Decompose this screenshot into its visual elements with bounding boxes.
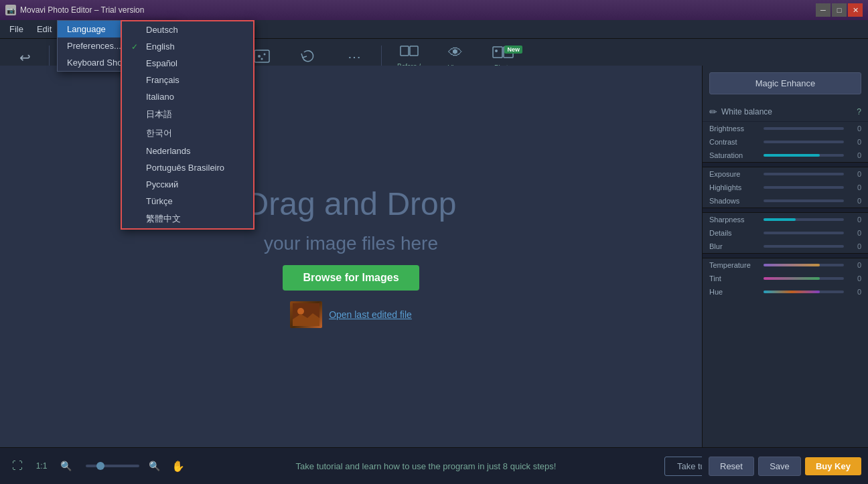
saturation-label: Saturation [709,151,760,159]
window-title: Movavi Photo Editor – Trial version [20,5,144,15]
browse-images-button[interactable]: Browse for Images [283,265,419,291]
lang-english[interactable]: ✓ English [122,38,253,55]
blur-value: 0 [848,242,861,250]
temperature-row: Temperature 0 [703,258,868,272]
last-file-thumbnail [290,301,322,328]
highlights-value: 0 [848,183,861,191]
brightness-label: Brightness [709,125,760,133]
close-button[interactable]: ✕ [848,3,863,17]
details-slider[interactable] [764,232,844,234]
saturation-value: 0 [848,151,861,159]
more-icon: ⋯ [348,49,361,65]
maximize-button[interactable]: □ [832,3,847,17]
tutorial-text: Take tutorial and learn how to use the p… [188,461,664,471]
exposure-label: Exposure [709,170,760,178]
menu-edit[interactable]: Edit [30,20,58,38]
shadows-slider[interactable] [764,199,844,202]
svg-point-13 [495,50,498,52]
sharpness-label: Sharpness [709,216,760,224]
svg-point-8 [261,58,263,60]
buy-key-button[interactable]: Buy Key [805,457,861,475]
svg-point-6 [258,55,261,58]
drag-drop-subtitle: your image files here [264,233,438,254]
sharpness-row: Sharpness 0 [703,213,868,226]
lang-japanese[interactable]: 日本語 [122,105,253,124]
lang-espanol[interactable]: Español [122,55,253,72]
lang-francais[interactable]: Français [122,72,253,88]
drop-zone: Drag and Drop your image files here Brow… [246,185,457,328]
brightness-slider[interactable] [764,127,844,130]
white-balance-icon: ✏ [709,106,717,117]
details-value: 0 [848,229,861,237]
shadows-value: 0 [848,197,861,205]
zoom-in-icon[interactable]: 🔍 [145,461,163,471]
lang-portuguese[interactable]: Português Brasileiro [122,159,253,176]
sharpness-slider[interactable] [764,218,844,221]
exposure-value: 0 [848,170,861,178]
exposure-row: Exposure 0 [703,167,868,181]
zoom-slider[interactable] [86,465,139,467]
restore-icon [299,47,317,67]
app-icon: 📷 [5,5,16,15]
highlights-slider[interactable] [764,186,844,189]
denoise-icon [252,47,271,67]
right-bottom-bar: Reset Save Buy Key [702,447,868,484]
last-file-row[interactable]: Open last edited file [290,301,412,328]
blur-row: Blur 0 [703,240,868,253]
white-balance-label: White balance [721,107,853,116]
lang-chinese[interactable]: 繁體中文 [122,210,253,228]
temperature-label: Temperature [709,261,760,269]
saturation-row: Saturation 0 [703,149,868,162]
right-panel: Magic Enhance ✏ White balance ? Brightne… [702,66,868,447]
magic-enhance-button[interactable]: Magic Enhance [709,72,861,94]
svg-rect-9 [401,46,409,56]
shadows-label: Shadows [709,197,760,205]
fullscreen-icon[interactable]: ⛶ [8,460,27,472]
tint-label: Tint [709,274,760,283]
last-file-link[interactable]: Open last edited file [329,309,412,320]
blur-slider[interactable] [764,245,844,248]
tint-value: 0 [848,274,861,283]
reset-button[interactable]: Reset [709,457,754,476]
highlights-label: Highlights [709,183,760,191]
main-area: Drag and Drop your image files here Brow… [0,66,702,447]
zoom-value-label: 1:1 [32,461,51,471]
saturation-slider[interactable] [764,154,844,157]
tint-row: Tint 0 [703,272,868,285]
hue-label: Hue [709,288,760,296]
contrast-label: Contrast [709,138,760,146]
contrast-row: Contrast 0 [703,135,868,149]
save-button[interactable]: Save [758,457,801,476]
hand-tool-icon[interactable]: ✋ [169,460,188,473]
hue-value: 0 [848,288,861,296]
tint-slider[interactable] [764,277,844,280]
window-controls[interactable]: ─ □ ✕ [816,3,863,17]
sharpness-value: 0 [848,216,861,224]
lang-dutch[interactable]: Nederlands [122,143,253,159]
zoom-out-icon[interactable]: 🔍 [56,461,75,471]
white-balance-help[interactable]: ? [857,107,861,116]
contrast-slider[interactable] [764,141,844,143]
shadows-row: Shadows 0 [703,194,868,208]
brightness-value: 0 [848,125,861,133]
menu-file[interactable]: File [3,20,30,38]
drag-drop-title: Drag and Drop [246,185,457,222]
lang-italiano[interactable]: Italiano [122,88,253,105]
hue-slider[interactable] [764,291,844,293]
slider-section-gap-3 [703,253,868,258]
lang-turkish[interactable]: Türkçe [122,193,253,210]
white-balance-row: ✏ White balance ? [703,102,868,122]
titlebar: 📷 Movavi Photo Editor – Trial version ─ … [0,0,868,20]
lang-korean[interactable]: 한국어 [122,124,253,143]
blur-label: Blur [709,242,760,250]
hue-row: Hue 0 [703,285,868,299]
lang-russian[interactable]: Русский [122,176,253,193]
temperature-slider[interactable] [764,264,844,266]
highlights-row: Highlights 0 [703,181,868,194]
svg-rect-5 [255,50,269,62]
minimize-button[interactable]: ─ [816,3,830,17]
exposure-slider[interactable] [764,173,844,175]
svg-rect-10 [410,46,418,56]
svg-point-7 [263,53,265,55]
lang-deutsch[interactable]: Deutsch [122,21,253,38]
